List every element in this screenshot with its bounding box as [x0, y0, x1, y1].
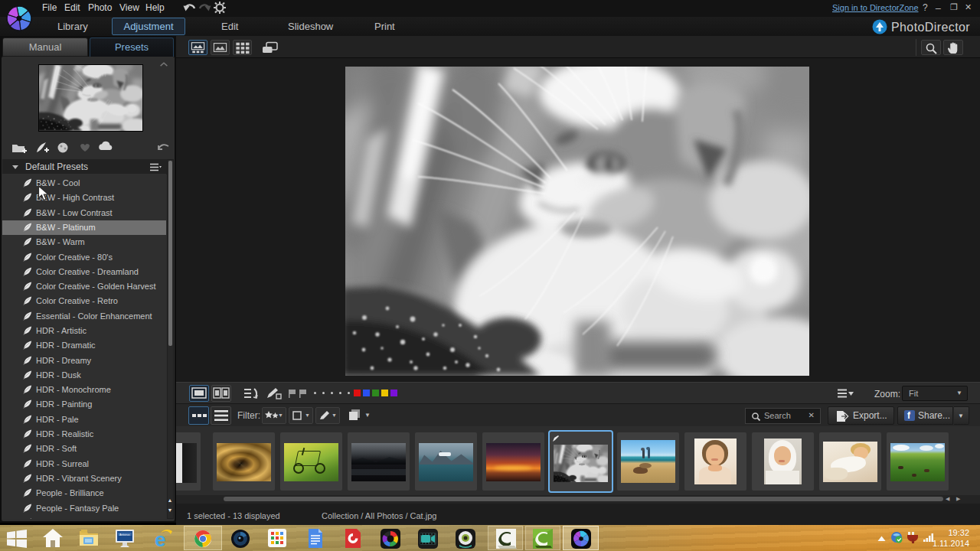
svg-text:Antivirus: Antivirus — [119, 533, 130, 536]
